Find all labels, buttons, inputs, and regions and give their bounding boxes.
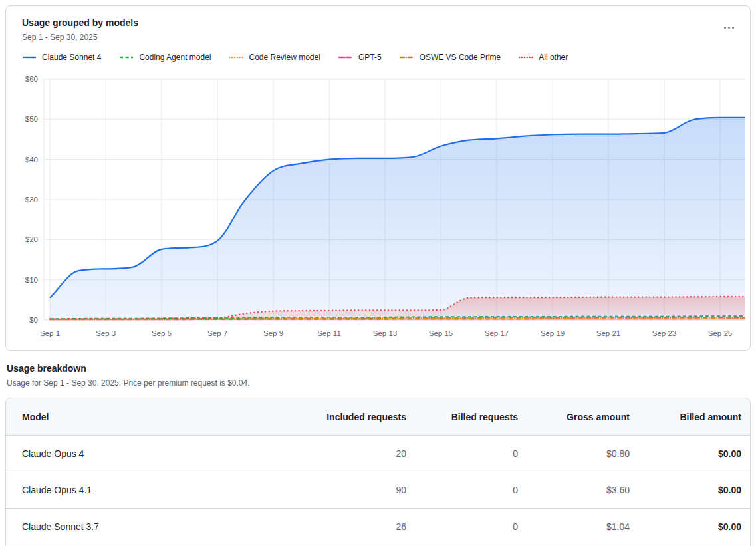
usage-breakdown-card: ModelIncluded requestsBilled requestsGro… [5,398,751,546]
kebab-horizontal-icon[interactable] [720,20,738,35]
svg-text:$0: $0 [29,316,38,324]
cell-model: Claude Sonnet 3.7 [6,509,295,545]
breakdown-title: Usage breakdown [7,363,86,374]
svg-text:$20: $20 [25,235,38,243]
cell-model: Claude Opus 4 [6,436,295,472]
column-header-billed-requests: Billed requests [406,398,518,436]
legend-swatch-icon [519,55,533,60]
column-header-model: Model [6,398,295,436]
svg-text:$10: $10 [25,276,38,284]
cell-billed_amount: $0.00 [630,472,750,509]
table-header-row: ModelIncluded requestsBilled requestsGro… [6,398,750,436]
legend-swatch-icon [119,55,134,60]
svg-text:Sep 23: Sep 23 [652,329,676,337]
x-axis-labels: Sep 1Sep 3Sep 5Sep 7Sep 9Sep 11Sep 13Sep… [40,329,732,337]
cell-included_requests: 90 [295,472,406,509]
legend-label: All other [539,53,568,62]
chart-title: Usage grouped by models [22,17,138,28]
chart-card-header: Usage grouped by models Sep 1 - Sep 30, … [6,6,750,42]
svg-text:$50: $50 [25,115,38,123]
legend-item-gpt-5[interactable]: GPT-5 [338,53,382,62]
chart-legend: Claude Sonnet 4Coding Agent modelCode Re… [22,53,750,62]
svg-text:Sep 1: Sep 1 [40,329,60,337]
area-fill-claude-sonnet-4 [50,118,745,320]
chart-date-range: Sep 1 - Sep 30, 2025 [22,33,138,42]
cell-included_requests: 20 [295,436,406,472]
chart-card-titles: Usage grouped by models Sep 1 - Sep 30, … [22,17,138,42]
legend-swatch-icon [338,55,353,60]
cell-included_requests: 26 [295,509,406,545]
column-header-gross-amount: Gross amount [518,398,630,436]
legend-swatch-icon [229,55,243,60]
legend-item-coding-agent-model[interactable]: Coding Agent model [119,53,211,62]
y-axis-labels: $0$10$20$30$40$50$60 [25,75,38,324]
svg-text:Sep 21: Sep 21 [596,329,620,337]
legend-label: Claude Sonnet 4 [42,53,101,62]
legend-item-claude-sonnet-4[interactable]: Claude Sonnet 4 [22,53,101,62]
cell-billed_amount: $0.00 [630,509,750,545]
legend-label: OSWE VS Code Prime [420,53,501,62]
svg-text:Sep 11: Sep 11 [317,329,341,337]
legend-item-oswe-vs-code-prime[interactable]: OSWE VS Code Prime [400,53,501,62]
svg-text:Sep 9: Sep 9 [263,329,283,337]
svg-text:$40: $40 [25,156,38,164]
legend-swatch-icon [400,55,414,60]
svg-text:Sep 15: Sep 15 [429,329,453,337]
svg-text:$30: $30 [25,196,38,204]
legend-swatch-icon [22,55,37,60]
cell-billed_amount: $0.00 [630,436,750,472]
legend-item-code-review-model[interactable]: Code Review model [229,53,320,62]
cell-billed_requests: 0 [406,509,518,545]
cell-gross_amount: $0.80 [518,436,630,472]
usage-line-chart: $0$10$20$30$40$50$60Sep 1Sep 3Sep 5Sep 7… [6,72,749,346]
svg-text:Sep 25: Sep 25 [708,329,732,337]
legend-label: Code Review model [249,53,320,62]
table-row: Claude Sonnet 3.7260$1.04$0.00 [6,509,750,545]
table-row: Claude Opus 4200$0.80$0.00 [6,436,750,472]
legend-label: GPT-5 [358,53,382,62]
svg-text:Sep 19: Sep 19 [541,329,565,337]
svg-text:Sep 3: Sep 3 [96,329,116,337]
cell-billed_requests: 0 [406,472,518,509]
cell-billed_requests: 0 [406,436,518,472]
legend-label: Coding Agent model [139,53,211,62]
table-row: Claude Opus 4.1900$3.60$0.00 [6,472,750,509]
column-header-included-requests: Included requests [295,398,406,436]
usage-breakdown-table: ModelIncluded requestsBilled requestsGro… [6,398,750,545]
svg-text:Sep 17: Sep 17 [485,329,509,337]
svg-text:Sep 5: Sep 5 [152,329,172,337]
cell-gross_amount: $3.60 [518,472,630,509]
svg-text:$60: $60 [25,75,38,83]
svg-text:Sep 7: Sep 7 [207,329,227,337]
usage-chart-card: Usage grouped by models Sep 1 - Sep 30, … [5,5,751,351]
svg-text:Sep 13: Sep 13 [373,329,397,337]
column-header-billed-amount: Billed amount [630,398,750,436]
breakdown-subtitle: Usage for Sep 1 - Sep 30, 2025. Price pe… [7,378,250,388]
cell-gross_amount: $1.04 [518,509,630,545]
legend-item-all-other[interactable]: All other [519,53,568,62]
cell-model: Claude Opus 4.1 [6,472,295,509]
